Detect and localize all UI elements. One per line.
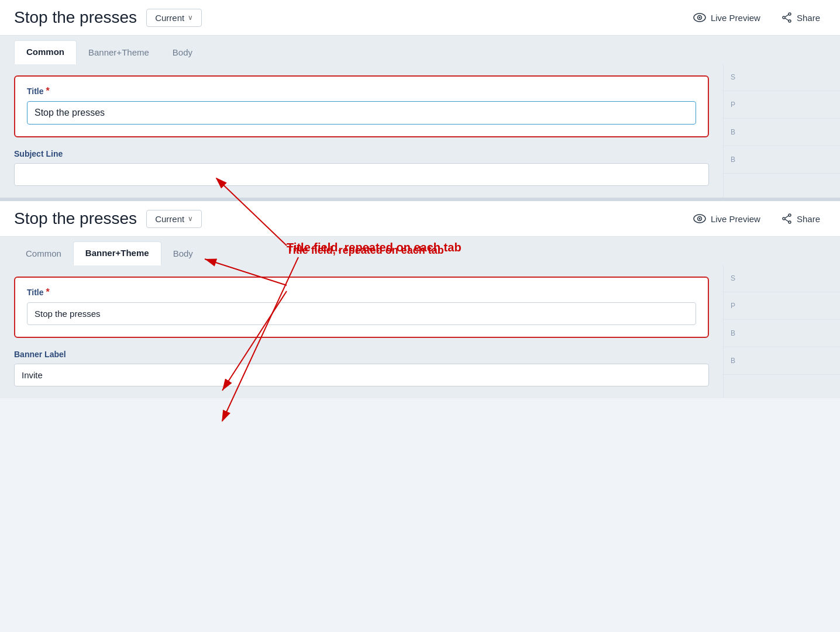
live-preview-button-2[interactable]: Live Preview — [687, 210, 766, 227]
banner-label-2: Banner Label — [14, 350, 709, 359]
panel-2-content: Title * Banner Label S P B B — [0, 265, 840, 398]
page-title-1: Stop the presses — [14, 8, 137, 27]
panel-1-content: Title * Subject Line S P B B — [0, 64, 840, 198]
right-label-b1-2: B — [724, 320, 840, 347]
live-preview-label-1: Live Preview — [711, 13, 760, 23]
version-dropdown-1[interactable]: Current ∨ — [146, 9, 202, 27]
svg-line-17 — [785, 219, 789, 222]
title-section-2: Title * — [0, 265, 723, 338]
version-dropdown-2[interactable]: Current ∨ — [146, 210, 202, 228]
tab-banner-theme-2[interactable]: Banner+Theme — [73, 241, 161, 265]
tab-common-1[interactable]: Common — [14, 40, 77, 64]
svg-line-16 — [785, 216, 789, 218]
right-label-b1-1: B — [724, 119, 840, 146]
tab-common-2[interactable]: Common — [14, 243, 73, 265]
tabs-bar-1: Common Banner+Theme Body — [0, 36, 840, 64]
panel-2-header: Stop the presses Current ∨ Live Preview … — [0, 201, 840, 237]
eye-icon-1 — [693, 13, 706, 22]
title-label-2: Title * — [27, 287, 696, 298]
right-label-p-1: P — [724, 91, 840, 119]
share-button-2[interactable]: Share — [776, 210, 826, 227]
chevron-down-icon-2: ∨ — [188, 215, 193, 223]
title-input-2[interactable] — [27, 302, 696, 325]
required-star-1: * — [46, 86, 50, 96]
svg-line-7 — [785, 18, 789, 20]
svg-line-6 — [785, 15, 789, 17]
chevron-down-icon-1: ∨ — [188, 13, 193, 22]
right-label-s-1: S — [724, 64, 840, 91]
share-label-2: Share — [797, 214, 820, 224]
share-label-1: Share — [797, 13, 820, 23]
title-form-section-1: Title * — [14, 75, 709, 137]
right-strip-1: S P B B — [723, 64, 840, 198]
right-label-b2-2: B — [724, 347, 840, 375]
svg-point-5 — [783, 16, 785, 19]
version-label-2: Current — [155, 214, 184, 224]
page-title-2: Stop the presses — [14, 209, 137, 228]
svg-point-3 — [789, 13, 791, 15]
share-icon-1 — [782, 12, 792, 23]
banner-section-2: Banner Label — [0, 350, 723, 398]
share-icon-2 — [782, 213, 792, 224]
required-star-2: * — [46, 287, 50, 298]
share-button-1[interactable]: Share — [776, 9, 826, 26]
right-label-p-2: P — [724, 292, 840, 320]
panel-2: Stop the presses Current ∨ Live Preview … — [0, 198, 840, 398]
form-area-2: Title * Banner Label — [0, 265, 723, 398]
svg-point-2 — [698, 17, 700, 19]
svg-point-12 — [698, 218, 700, 220]
right-strip-2: S P B B — [723, 265, 840, 398]
title-section-1: Title * — [0, 64, 723, 137]
live-preview-button-1[interactable]: Live Preview — [687, 9, 766, 26]
tab-banner-theme-1[interactable]: Banner+Theme — [77, 42, 161, 64]
right-label-b2-1: B — [724, 146, 840, 174]
svg-point-15 — [783, 217, 785, 220]
tab-body-1[interactable]: Body — [161, 42, 204, 64]
svg-point-13 — [789, 214, 791, 216]
tab-body-2[interactable]: Body — [161, 243, 205, 265]
form-area-1: Title * Subject Line — [0, 64, 723, 198]
panel-1-header: Stop the presses Current ∨ Live Preview — [0, 0, 840, 36]
subject-section-1: Subject Line — [0, 149, 723, 198]
tabs-bar-2: Common Banner+Theme Body — [0, 237, 840, 265]
banner-input-2[interactable] — [14, 364, 709, 386]
panel-1: Stop the presses Current ∨ Live Preview — [0, 0, 840, 198]
title-input-1[interactable] — [27, 101, 696, 125]
eye-icon-2 — [693, 214, 706, 223]
svg-point-4 — [789, 20, 791, 22]
title-label-1: Title * — [27, 86, 696, 96]
right-label-s-2: S — [724, 265, 840, 292]
svg-point-14 — [789, 221, 791, 223]
title-form-section-2: Title * — [14, 277, 709, 338]
live-preview-label-2: Live Preview — [711, 214, 760, 224]
subject-label-1: Subject Line — [14, 149, 709, 158]
version-label-1: Current — [155, 13, 184, 23]
subject-input-1[interactable] — [14, 163, 709, 186]
